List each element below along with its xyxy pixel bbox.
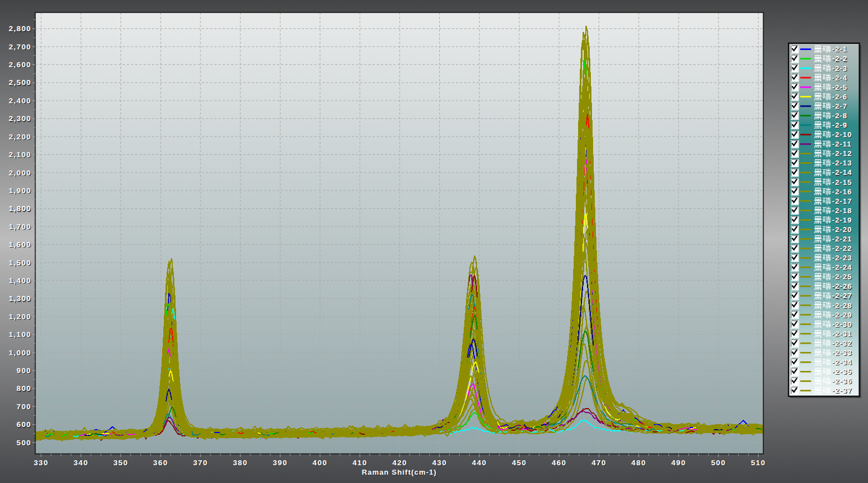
svg-text:-2-25: -2-25 <box>832 273 852 281</box>
svg-text:-2-23: -2-23 <box>832 254 852 262</box>
svg-text:-2-2: -2-2 <box>832 54 847 63</box>
svg-text:2,400: 2,400 <box>9 97 32 105</box>
svg-text:430: 430 <box>432 459 447 467</box>
svg-text:-2-14: -2-14 <box>832 168 852 177</box>
svg-text:420: 420 <box>392 459 407 467</box>
svg-text:460: 460 <box>551 459 566 467</box>
svg-text:2,300: 2,300 <box>9 114 32 123</box>
svg-text:1,900: 1,900 <box>9 187 32 195</box>
svg-text:-2-8: -2-8 <box>832 112 847 120</box>
svg-text:-2-20: -2-20 <box>832 225 852 234</box>
svg-text:1,600: 1,600 <box>9 240 32 249</box>
svg-text:490: 490 <box>671 459 686 467</box>
svg-text:1,100: 1,100 <box>9 330 32 339</box>
svg-text:-2-33: -2-33 <box>832 349 852 357</box>
svg-text:Raman Shift(cm-1): Raman Shift(cm-1) <box>362 468 436 476</box>
svg-text:480: 480 <box>631 459 646 467</box>
svg-text:390: 390 <box>273 459 288 467</box>
svg-text:2,200: 2,200 <box>9 133 32 141</box>
svg-text:-2-9: -2-9 <box>832 121 847 129</box>
svg-text:-2-24: -2-24 <box>832 263 852 271</box>
svg-text:1,800: 1,800 <box>9 204 32 213</box>
svg-text:-2-29: -2-29 <box>832 311 852 319</box>
svg-text:-2-4: -2-4 <box>832 74 847 82</box>
svg-text:900: 900 <box>17 366 32 375</box>
svg-text:340: 340 <box>73 459 88 467</box>
svg-text:410: 410 <box>353 459 368 467</box>
svg-text:-2-21: -2-21 <box>832 235 852 243</box>
svg-text:-2-16: -2-16 <box>832 188 852 196</box>
svg-text:500: 500 <box>711 459 726 467</box>
svg-text:2,700: 2,700 <box>9 43 32 51</box>
svg-text:-2-36: -2-36 <box>832 377 852 385</box>
svg-text:2,000: 2,000 <box>9 169 32 177</box>
svg-text:2,800: 2,800 <box>9 24 32 33</box>
svg-text:1,300: 1,300 <box>9 294 32 303</box>
svg-text:1,400: 1,400 <box>9 276 32 285</box>
svg-text:-2-7: -2-7 <box>832 102 847 110</box>
svg-text:-2-28: -2-28 <box>832 301 852 310</box>
svg-text:-2-6: -2-6 <box>832 93 847 101</box>
svg-text:1,000: 1,000 <box>9 349 32 357</box>
svg-text:500: 500 <box>17 439 32 447</box>
svg-text:380: 380 <box>233 459 248 467</box>
svg-text:470: 470 <box>591 459 606 467</box>
svg-text:-2-10: -2-10 <box>832 130 852 139</box>
svg-text:510: 510 <box>751 459 766 467</box>
svg-text:-2-5: -2-5 <box>832 83 847 92</box>
svg-text:440: 440 <box>472 459 487 467</box>
svg-text:-2-3: -2-3 <box>832 64 847 73</box>
svg-text:400: 400 <box>313 459 328 467</box>
svg-text:360: 360 <box>153 459 168 467</box>
svg-text:2,100: 2,100 <box>9 150 32 159</box>
svg-text:2,600: 2,600 <box>9 61 32 69</box>
svg-text:800: 800 <box>17 384 32 393</box>
svg-text:1,700: 1,700 <box>9 223 32 231</box>
svg-text:-2-18: -2-18 <box>832 207 852 215</box>
svg-text:330: 330 <box>34 459 49 467</box>
svg-text:700: 700 <box>17 402 32 411</box>
svg-text:370: 370 <box>193 459 208 467</box>
svg-text:-2-32: -2-32 <box>832 339 852 348</box>
svg-text:600: 600 <box>17 420 32 429</box>
svg-text:-2-12: -2-12 <box>832 149 852 158</box>
svg-text:-2-19: -2-19 <box>832 216 852 224</box>
svg-text:-2-13: -2-13 <box>832 159 852 167</box>
svg-text:1,500: 1,500 <box>9 259 32 267</box>
svg-text:-2-15: -2-15 <box>832 178 852 187</box>
svg-text:-2-1: -2-1 <box>832 45 847 53</box>
svg-text:-2-35: -2-35 <box>832 368 852 376</box>
svg-text:1,200: 1,200 <box>9 313 32 321</box>
svg-text:2,500: 2,500 <box>9 78 32 87</box>
svg-text:-2-31: -2-31 <box>832 330 852 338</box>
svg-text:-2-17: -2-17 <box>832 197 852 205</box>
svg-text:-2-34: -2-34 <box>832 358 852 366</box>
svg-text:-2-11: -2-11 <box>832 140 852 148</box>
svg-text:-2-22: -2-22 <box>832 244 852 253</box>
svg-text:350: 350 <box>113 459 128 467</box>
svg-text:-2-26: -2-26 <box>832 282 852 290</box>
svg-text:-2-30: -2-30 <box>832 320 852 329</box>
svg-text:-2-37: -2-37 <box>832 386 852 395</box>
svg-text:-2-27: -2-27 <box>832 291 852 300</box>
svg-text:450: 450 <box>512 459 527 467</box>
